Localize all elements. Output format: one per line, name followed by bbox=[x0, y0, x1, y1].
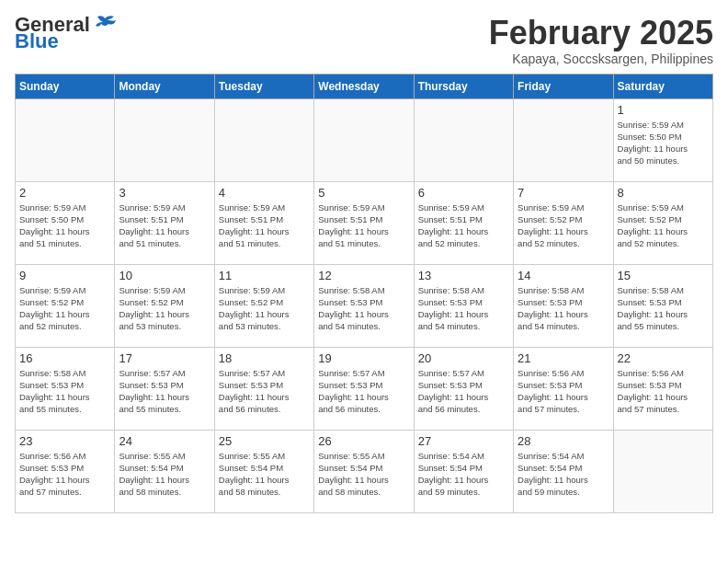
day-number: 27 bbox=[418, 434, 509, 448]
calendar-cell: 9Sunrise: 5:59 AM Sunset: 5:52 PM Daylig… bbox=[16, 264, 115, 347]
day-number: 1 bbox=[618, 103, 709, 117]
day-number: 11 bbox=[219, 269, 310, 282]
calendar-cell: 11Sunrise: 5:59 AM Sunset: 5:52 PM Dayli… bbox=[214, 264, 313, 347]
day-info: Sunrise: 5:59 AM Sunset: 5:52 PM Dayligh… bbox=[518, 201, 609, 250]
title-block: February 2025 Kapaya, Soccsksargen, Phil… bbox=[489, 15, 713, 66]
calendar-cell: 8Sunrise: 5:59 AM Sunset: 5:52 PM Daylig… bbox=[613, 181, 712, 264]
calendar-cell: 25Sunrise: 5:55 AM Sunset: 5:54 PM Dayli… bbox=[214, 430, 313, 512]
calendar-cell bbox=[613, 430, 712, 512]
day-info: Sunrise: 5:59 AM Sunset: 5:52 PM Dayligh… bbox=[618, 201, 709, 250]
calendar-cell: 22Sunrise: 5:56 AM Sunset: 5:53 PM Dayli… bbox=[613, 347, 712, 430]
day-info: Sunrise: 5:56 AM Sunset: 5:53 PM Dayligh… bbox=[19, 450, 110, 499]
day-number: 3 bbox=[119, 186, 210, 200]
day-info: Sunrise: 5:58 AM Sunset: 5:53 PM Dayligh… bbox=[318, 284, 409, 333]
calendar-cell: 26Sunrise: 5:55 AM Sunset: 5:54 PM Dayli… bbox=[314, 430, 414, 512]
day-number: 2 bbox=[19, 186, 110, 200]
day-info: Sunrise: 5:54 AM Sunset: 5:54 PM Dayligh… bbox=[418, 450, 509, 499]
day-number: 13 bbox=[418, 269, 509, 282]
calendar-cell: 3Sunrise: 5:59 AM Sunset: 5:51 PM Daylig… bbox=[115, 181, 214, 264]
day-number: 5 bbox=[318, 186, 409, 200]
day-info: Sunrise: 5:59 AM Sunset: 5:52 PM Dayligh… bbox=[19, 284, 110, 333]
page-header: General Blue February 2025 Kapaya, Soccs… bbox=[15, 15, 713, 66]
day-info: Sunrise: 5:58 AM Sunset: 5:53 PM Dayligh… bbox=[19, 367, 110, 416]
calendar-week-row: 1Sunrise: 5:59 AM Sunset: 5:50 PM Daylig… bbox=[16, 98, 713, 181]
location-title: Kapaya, Soccsksargen, Philippines bbox=[489, 52, 713, 66]
calendar-cell: 2Sunrise: 5:59 AM Sunset: 5:50 PM Daylig… bbox=[16, 181, 115, 264]
calendar-cell: 20Sunrise: 5:57 AM Sunset: 5:53 PM Dayli… bbox=[414, 347, 513, 430]
day-info: Sunrise: 5:59 AM Sunset: 5:50 PM Dayligh… bbox=[19, 201, 110, 250]
calendar-cell: 13Sunrise: 5:58 AM Sunset: 5:53 PM Dayli… bbox=[414, 264, 513, 347]
calendar-day-header: Monday bbox=[115, 74, 214, 98]
calendar-cell: 4Sunrise: 5:59 AM Sunset: 5:51 PM Daylig… bbox=[214, 181, 313, 264]
calendar-cell: 14Sunrise: 5:58 AM Sunset: 5:53 PM Dayli… bbox=[514, 264, 613, 347]
day-number: 19 bbox=[318, 351, 409, 365]
calendar-cell: 19Sunrise: 5:57 AM Sunset: 5:53 PM Dayli… bbox=[314, 347, 414, 430]
day-number: 22 bbox=[618, 351, 709, 365]
day-info: Sunrise: 5:57 AM Sunset: 5:53 PM Dayligh… bbox=[418, 367, 509, 416]
calendar-day-header: Saturday bbox=[613, 74, 712, 98]
day-info: Sunrise: 5:58 AM Sunset: 5:53 PM Dayligh… bbox=[618, 284, 709, 333]
calendar-day-header: Wednesday bbox=[314, 74, 414, 98]
calendar-cell bbox=[414, 98, 513, 181]
calendar-cell: 24Sunrise: 5:55 AM Sunset: 5:54 PM Dayli… bbox=[115, 430, 214, 512]
calendar-cell: 18Sunrise: 5:57 AM Sunset: 5:53 PM Dayli… bbox=[214, 347, 313, 430]
day-info: Sunrise: 5:57 AM Sunset: 5:53 PM Dayligh… bbox=[318, 367, 409, 416]
day-number: 18 bbox=[219, 351, 310, 365]
calendar-cell bbox=[514, 98, 613, 181]
day-info: Sunrise: 5:55 AM Sunset: 5:54 PM Dayligh… bbox=[119, 450, 210, 499]
calendar-cell: 10Sunrise: 5:59 AM Sunset: 5:52 PM Dayli… bbox=[115, 264, 214, 347]
day-number: 16 bbox=[19, 351, 110, 365]
day-number: 20 bbox=[418, 351, 509, 365]
logo-blue-text: Blue bbox=[15, 31, 59, 52]
calendar-cell: 21Sunrise: 5:56 AM Sunset: 5:53 PM Dayli… bbox=[514, 347, 613, 430]
calendar-day-header: Tuesday bbox=[214, 74, 313, 98]
day-info: Sunrise: 5:55 AM Sunset: 5:54 PM Dayligh… bbox=[219, 450, 310, 499]
calendar-cell bbox=[115, 98, 214, 181]
calendar-day-header: Sunday bbox=[16, 74, 115, 98]
day-number: 28 bbox=[518, 434, 609, 448]
day-number: 26 bbox=[318, 434, 409, 448]
day-info: Sunrise: 5:57 AM Sunset: 5:53 PM Dayligh… bbox=[119, 367, 210, 416]
day-number: 6 bbox=[418, 186, 509, 200]
day-number: 7 bbox=[518, 186, 609, 200]
day-info: Sunrise: 5:59 AM Sunset: 5:51 PM Dayligh… bbox=[318, 201, 409, 250]
calendar-week-row: 2Sunrise: 5:59 AM Sunset: 5:50 PM Daylig… bbox=[16, 181, 713, 264]
day-info: Sunrise: 5:58 AM Sunset: 5:53 PM Dayligh… bbox=[418, 284, 509, 333]
day-number: 15 bbox=[618, 269, 709, 282]
calendar-cell: 27Sunrise: 5:54 AM Sunset: 5:54 PM Dayli… bbox=[414, 430, 513, 512]
day-number: 10 bbox=[119, 269, 210, 282]
day-info: Sunrise: 5:56 AM Sunset: 5:53 PM Dayligh… bbox=[518, 367, 609, 416]
calendar-week-row: 16Sunrise: 5:58 AM Sunset: 5:53 PM Dayli… bbox=[16, 347, 713, 430]
day-info: Sunrise: 5:57 AM Sunset: 5:53 PM Dayligh… bbox=[219, 367, 310, 416]
calendar-cell bbox=[314, 98, 414, 181]
day-number: 4 bbox=[219, 186, 310, 200]
calendar-header-row: SundayMondayTuesdayWednesdayThursdayFrid… bbox=[16, 74, 713, 98]
day-number: 12 bbox=[318, 269, 409, 282]
calendar-cell: 17Sunrise: 5:57 AM Sunset: 5:53 PM Dayli… bbox=[115, 347, 214, 430]
day-info: Sunrise: 5:54 AM Sunset: 5:54 PM Dayligh… bbox=[518, 450, 609, 499]
month-title: February 2025 bbox=[489, 15, 713, 52]
calendar-cell: 23Sunrise: 5:56 AM Sunset: 5:53 PM Dayli… bbox=[16, 430, 115, 512]
calendar-cell: 12Sunrise: 5:58 AM Sunset: 5:53 PM Dayli… bbox=[314, 264, 414, 347]
calendar-cell: 1Sunrise: 5:59 AM Sunset: 5:50 PM Daylig… bbox=[613, 98, 712, 181]
logo-bird-icon bbox=[92, 15, 118, 35]
calendar-week-row: 23Sunrise: 5:56 AM Sunset: 5:53 PM Dayli… bbox=[16, 430, 713, 512]
day-number: 14 bbox=[518, 269, 609, 282]
calendar-cell: 6Sunrise: 5:59 AM Sunset: 5:51 PM Daylig… bbox=[414, 181, 513, 264]
day-info: Sunrise: 5:59 AM Sunset: 5:52 PM Dayligh… bbox=[219, 284, 310, 333]
calendar-cell bbox=[16, 98, 115, 181]
calendar-day-header: Friday bbox=[514, 74, 613, 98]
calendar-cell: 5Sunrise: 5:59 AM Sunset: 5:51 PM Daylig… bbox=[314, 181, 414, 264]
day-info: Sunrise: 5:59 AM Sunset: 5:51 PM Dayligh… bbox=[418, 201, 509, 250]
day-number: 25 bbox=[219, 434, 310, 448]
day-number: 23 bbox=[19, 434, 110, 448]
day-info: Sunrise: 5:59 AM Sunset: 5:50 PM Dayligh… bbox=[618, 119, 709, 167]
day-info: Sunrise: 5:58 AM Sunset: 5:53 PM Dayligh… bbox=[518, 284, 609, 333]
calendar-table: SundayMondayTuesdayWednesdayThursdayFrid… bbox=[15, 74, 713, 513]
calendar-day-header: Thursday bbox=[414, 74, 513, 98]
calendar-cell: 15Sunrise: 5:58 AM Sunset: 5:53 PM Dayli… bbox=[613, 264, 712, 347]
day-info: Sunrise: 5:55 AM Sunset: 5:54 PM Dayligh… bbox=[318, 450, 409, 499]
day-info: Sunrise: 5:59 AM Sunset: 5:51 PM Dayligh… bbox=[119, 201, 210, 250]
day-number: 21 bbox=[518, 351, 609, 365]
calendar-cell: 7Sunrise: 5:59 AM Sunset: 5:52 PM Daylig… bbox=[514, 181, 613, 264]
